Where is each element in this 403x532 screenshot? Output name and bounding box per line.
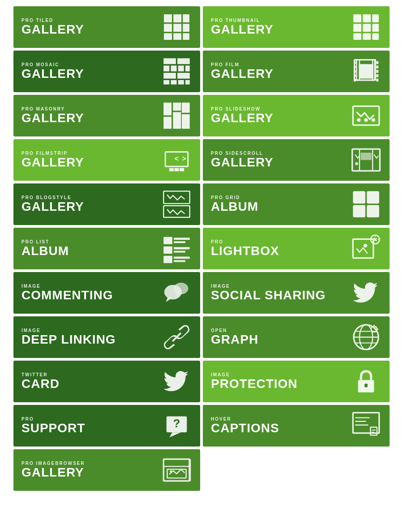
image-commenting-icon <box>161 278 192 307</box>
tip-bar <box>0 0 403 6</box>
twitter-card[interactable]: TWITTER CARD <box>13 361 200 402</box>
pro-blogstyle-gallery-icon <box>161 190 192 219</box>
pro-film-gallery-icon <box>350 57 382 86</box>
svg-rect-66 <box>163 206 190 217</box>
svg-text:<: < <box>174 155 178 162</box>
svg-rect-21 <box>171 66 176 72</box>
svg-rect-72 <box>174 238 190 240</box>
pro-blogstyle-gallery[interactable]: PRO BLOGSTYLE GALLERY <box>13 183 200 225</box>
pro-mosaic-gallery-main: GALLERY <box>21 67 161 80</box>
svg-rect-43 <box>376 79 378 82</box>
open-graph[interactable]: OPEN GRAPH <box>203 316 390 358</box>
svg-line-91 <box>173 333 180 340</box>
svg-point-52 <box>364 118 368 122</box>
svg-rect-58 <box>174 168 179 171</box>
pro-masonry-gallery[interactable]: PRO MASONRY GALLERY <box>13 95 200 136</box>
svg-rect-65 <box>163 191 190 204</box>
pro-tiled-gallery[interactable]: PRO TILED GALLERY <box>13 6 200 48</box>
image-protection[interactable]: IMAGE PROTECTION <box>203 361 390 402</box>
image-deep-linking[interactable]: IMAGE DEEP LINKING <box>13 316 200 358</box>
svg-marker-105 <box>169 432 181 437</box>
svg-rect-71 <box>163 237 172 244</box>
svg-rect-69 <box>353 205 365 217</box>
pro-tiled-gallery-icon <box>161 13 192 42</box>
pro-list-album-main: ALBUM <box>21 244 161 257</box>
twitter-card-icon <box>161 367 192 396</box>
svg-rect-70 <box>367 205 379 217</box>
pro-sidescroll-gallery-main: GALLERY <box>211 156 350 169</box>
svg-rect-3 <box>164 24 172 32</box>
svg-point-117 <box>170 470 172 472</box>
svg-rect-78 <box>174 256 190 259</box>
svg-rect-22 <box>178 66 184 72</box>
svg-rect-38 <box>353 79 356 82</box>
svg-point-81 <box>363 244 367 247</box>
image-protection-sub: IMAGE <box>211 372 350 377</box>
pro-slideshow-gallery-icon <box>350 101 382 130</box>
svg-rect-5 <box>183 24 189 32</box>
pro-grid-album[interactable]: PRO GRID ALBUM <box>203 183 390 225</box>
svg-rect-79 <box>174 260 185 262</box>
svg-rect-67 <box>353 191 365 204</box>
feature-grid: PRO TILED GALLERY PRO THUMBNAIL GALLERY … <box>0 6 403 500</box>
image-commenting[interactable]: IMAGE COMMENTING <box>13 272 200 314</box>
image-social-sharing-main: SOCIAL SHARING <box>211 289 350 302</box>
svg-rect-28 <box>178 80 184 85</box>
svg-rect-73 <box>174 241 185 243</box>
pro-support-main: SUPPORT <box>21 421 161 434</box>
pro-slideshow-gallery-sub: PRO SLIDESHOW <box>211 106 350 111</box>
pro-list-album[interactable]: PRO LIST ALBUM <box>13 228 200 269</box>
svg-rect-42 <box>376 74 378 77</box>
svg-marker-88 <box>166 297 172 302</box>
pro-imagebrowser-gallery[interactable]: PRO IMAGEBROWSER GALLERY <box>13 449 200 491</box>
svg-rect-9 <box>353 14 361 22</box>
svg-rect-10 <box>363 14 371 22</box>
svg-text:?: ? <box>173 417 180 430</box>
pro-sidescroll-gallery[interactable]: PRO SIDESCROLL GALLERY <box>203 139 390 181</box>
pro-tiled-gallery-main: GALLERY <box>21 23 161 36</box>
pro-imagebrowser-gallery-sub: PRO IMAGEBROWSER <box>21 461 161 466</box>
svg-rect-47 <box>163 117 171 129</box>
pro-mosaic-gallery[interactable]: PRO MOSAIC GALLERY <box>13 51 200 92</box>
pro-thumbnail-gallery-icon <box>350 13 382 42</box>
svg-rect-8 <box>183 33 189 40</box>
pro-support-sub: PRO <box>21 417 161 421</box>
svg-rect-39 <box>376 61 378 64</box>
svg-rect-12 <box>353 24 361 32</box>
twitter-card-main: CARD <box>21 377 161 390</box>
pro-sidescroll-gallery-sub: PRO SIDESCROLL <box>211 151 350 156</box>
svg-rect-34 <box>353 61 356 64</box>
svg-rect-27 <box>171 80 176 85</box>
svg-point-51 <box>357 118 360 122</box>
image-social-sharing[interactable]: IMAGE SOCIAL SHARING <box>203 272 390 314</box>
pro-mosaic-gallery-sub: PRO MOSAIC <box>21 62 161 67</box>
svg-rect-41 <box>376 70 378 73</box>
pro-lightbox[interactable]: PRO LIGHTBOX <box>203 228 390 269</box>
pro-lightbox-icon <box>350 234 382 263</box>
pro-filmstrip-gallery-sub: PRO FILMSTRIP <box>21 151 161 156</box>
svg-rect-18 <box>163 58 176 64</box>
svg-rect-59 <box>180 168 184 171</box>
pro-grid-album-icon <box>350 190 382 219</box>
pro-thumbnail-gallery-main: GALLERY <box>211 23 350 36</box>
open-graph-sub: OPEN <box>211 328 350 333</box>
svg-rect-64 <box>360 153 371 160</box>
pro-imagebrowser-gallery-icon <box>161 455 192 485</box>
image-deep-linking-main: DEEP LINKING <box>21 333 161 346</box>
pro-grid-album-main: ALBUM <box>211 200 350 213</box>
pro-mosaic-gallery-icon <box>161 57 192 86</box>
pro-lightbox-main: LIGHTBOX <box>211 244 350 257</box>
svg-point-53 <box>371 118 375 122</box>
pro-filmstrip-gallery[interactable]: PRO FILMSTRIP GALLERY <> <box>13 139 200 181</box>
pro-film-gallery[interactable]: PRO FILM GALLERY <box>203 51 390 92</box>
pro-thumbnail-gallery[interactable]: PRO THUMBNAIL GALLERY <box>203 6 390 48</box>
image-social-sharing-icon <box>350 278 382 307</box>
pro-slideshow-gallery[interactable]: PRO SLIDESHOW GALLERY <box>203 95 390 136</box>
hover-captions[interactable]: HOVER CAPTIONS <box>203 405 390 447</box>
pro-thumbnail-gallery-sub: PRO THUMBNAIL <box>211 18 350 23</box>
svg-rect-35 <box>353 66 356 69</box>
pro-support[interactable]: PRO SUPPORT ? <box>13 405 200 447</box>
svg-rect-13 <box>363 24 371 32</box>
open-graph-main: GRAPH <box>211 333 350 346</box>
svg-rect-37 <box>353 74 356 77</box>
